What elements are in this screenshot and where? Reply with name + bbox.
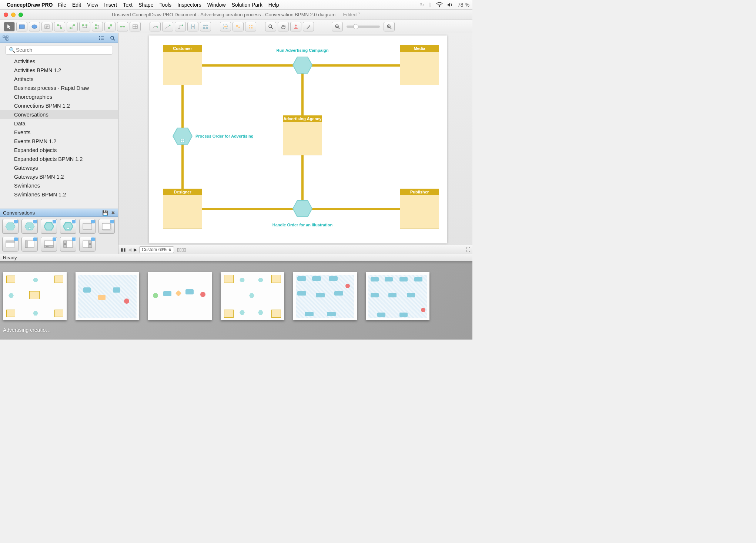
library-item[interactable]: Expanded objects BPMN 1.2 <box>0 155 118 163</box>
text-tool[interactable] <box>41 22 53 31</box>
line-tool-2[interactable] <box>162 22 173 31</box>
select-tool-1[interactable] <box>220 22 231 31</box>
shape-pool-3[interactable] <box>41 237 57 252</box>
library-item[interactable]: Business process - Rapid Draw <box>0 84 118 92</box>
template-thumbnail[interactable] <box>366 272 429 337</box>
library-item[interactable]: Gateways BPMN 1.2 <box>0 172 118 181</box>
palette-close-icon[interactable]: ✖ <box>111 210 115 216</box>
shape-pool-4[interactable] <box>60 237 76 252</box>
participant-media[interactable]: Media <box>400 45 439 85</box>
window-zoom-button[interactable] <box>19 13 23 17</box>
select-tool-3[interactable] <box>245 22 256 31</box>
library-item[interactable]: Choreographies <box>0 92 118 101</box>
shape-conversation[interactable] <box>2 219 19 234</box>
shape-pool-5[interactable] <box>79 237 96 252</box>
menu-tools[interactable]: Tools <box>159 2 171 8</box>
sidebar-tab-list-icon[interactable] <box>96 34 107 42</box>
page[interactable]: Customer Media Advertising Agency Design… <box>149 36 447 243</box>
library-item[interactable]: Activities BPMN 1.2 <box>0 66 118 75</box>
rect-tool[interactable] <box>16 22 27 31</box>
stepper-icon[interactable]: ⇅ <box>168 248 171 252</box>
align-tool-2[interactable] <box>200 22 211 31</box>
library-item[interactable]: Activities <box>0 57 118 66</box>
template-thumbnail[interactable]: Advertising creatio… <box>3 272 67 337</box>
library-item[interactable]: Events BPMN 1.2 <box>0 137 118 146</box>
pan-tool[interactable] <box>278 22 289 31</box>
select-tool-2[interactable] <box>233 22 244 31</box>
connector-tool-4[interactable] <box>92 22 103 31</box>
bluetooth-icon[interactable]: ᛒ <box>429 2 432 8</box>
menu-shape[interactable]: Shape <box>138 2 153 8</box>
library-item[interactable]: Gateways <box>0 163 118 172</box>
library-item[interactable]: Swimlanes BPMN 1.2 <box>0 190 118 199</box>
connector-tool-3[interactable] <box>79 22 90 31</box>
sidebar-tab-tree-icon[interactable] <box>0 34 11 42</box>
zoom-out-button[interactable] <box>332 22 343 31</box>
connector-tool-1[interactable] <box>54 22 65 31</box>
shape-pool-2[interactable] <box>21 237 38 252</box>
conversation-node-run[interactable] <box>292 56 312 74</box>
page-next-icon[interactable]: ▶ <box>134 247 137 252</box>
template-thumbnail[interactable] <box>148 272 212 337</box>
zoom-in-button[interactable] <box>384 22 395 31</box>
template-thumbnail[interactable] <box>293 272 357 337</box>
shape-participant-1[interactable] <box>79 219 96 234</box>
connector-tool-2[interactable] <box>67 22 78 31</box>
library-item[interactable]: Connections BPMN 1.2 <box>0 101 118 110</box>
window-close-button[interactable] <box>4 13 8 17</box>
library-item[interactable]: Artifacts <box>0 75 118 84</box>
library-search-input[interactable] <box>5 45 113 55</box>
menu-text[interactable]: Text <box>123 2 133 8</box>
pointer-tool[interactable] <box>4 22 15 31</box>
line-tool-1[interactable] <box>150 22 161 31</box>
palette-save-icon[interactable]: 💾 <box>102 210 108 216</box>
connector-tool-5[interactable] <box>104 22 116 31</box>
menu-edit[interactable]: Edit <box>72 2 81 8</box>
library-item[interactable]: Data <box>0 119 118 128</box>
ellipse-tool[interactable] <box>29 22 40 31</box>
drawing-canvas[interactable]: Customer Media Advertising Agency Design… <box>118 33 472 245</box>
participant-publisher[interactable]: Publisher <box>400 189 439 229</box>
template-browser[interactable]: Advertising creatio… <box>0 261 472 340</box>
library-item[interactable]: Swimlanes <box>0 181 118 190</box>
title-dropdown-icon[interactable]: ˅ <box>357 12 361 17</box>
zoom-tool[interactable] <box>265 22 276 31</box>
edited-indicator[interactable]: Edited <box>342 12 357 17</box>
library-item-selected[interactable]: Conversations <box>0 110 118 119</box>
library-item[interactable]: Events <box>0 128 118 137</box>
menu-help[interactable]: Help <box>268 2 279 8</box>
menu-solution-park[interactable]: Solution Park <box>232 2 262 8</box>
menu-inspectors[interactable]: Inspectors <box>177 2 201 8</box>
shape-pool-1[interactable] <box>2 237 19 252</box>
window-minimize-button[interactable] <box>11 13 16 17</box>
view-mode-icons[interactable]: ▯▯▯▯ <box>177 247 186 252</box>
participant-designer[interactable]: Designer <box>163 189 202 229</box>
align-tool-1[interactable] <box>187 22 198 31</box>
zoom-dropdown[interactable]: Custom 63% ⇅ <box>139 246 174 253</box>
split-toggle-icon[interactable]: ▮▮ <box>121 247 126 252</box>
wifi-icon[interactable] <box>436 2 443 7</box>
conversation-node-handle[interactable] <box>292 200 312 217</box>
app-name[interactable]: ConceptDraw PRO <box>7 2 53 8</box>
menu-file[interactable]: File <box>58 2 66 8</box>
volume-icon[interactable] <box>447 2 453 7</box>
person-tool[interactable] <box>290 22 301 31</box>
shape-call-conversation[interactable] <box>41 219 57 234</box>
zoom-slider[interactable] <box>347 26 380 28</box>
shape-sub-conversation[interactable] <box>21 219 38 234</box>
participant-agency[interactable]: Advertising Agency <box>283 115 322 155</box>
shape-call-sub-conversation[interactable] <box>60 219 76 234</box>
library-list[interactable]: Activities Activities BPMN 1.2 Artifacts… <box>0 57 118 209</box>
fit-page-icon[interactable]: ⛶ <box>466 247 470 252</box>
sidebar-tab-search-icon[interactable] <box>107 34 118 42</box>
menu-view[interactable]: View <box>87 2 98 8</box>
line-tool-3[interactable] <box>175 22 186 31</box>
shape-participant-2[interactable] <box>98 219 115 234</box>
menu-insert[interactable]: Insert <box>104 2 117 8</box>
table-tool[interactable] <box>130 22 141 31</box>
history-icon[interactable]: ↻ <box>420 2 424 8</box>
template-thumbnail[interactable] <box>221 272 284 337</box>
template-thumbnail[interactable] <box>76 272 139 337</box>
participant-customer[interactable]: Customer <box>163 45 202 85</box>
page-prev-icon[interactable]: ◀ <box>128 247 131 252</box>
